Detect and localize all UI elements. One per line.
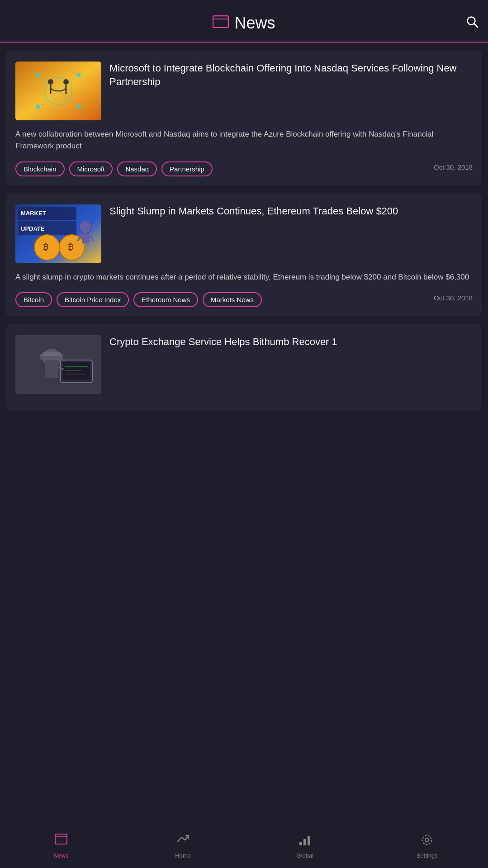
nav-item-news[interactable]: News — [0, 834, 122, 859]
nav-label-news: News — [54, 852, 69, 859]
svg-rect-32 — [82, 233, 89, 243]
news-card-2[interactable]: MARKET UPDATE ₿ ₿ — [6, 194, 482, 316]
news-thumbnail-3 — [15, 335, 101, 394]
svg-point-18 — [63, 79, 69, 85]
nav-item-home[interactable]: Home — [122, 834, 244, 859]
news-top-1: Microsoft to Integrate Blockchain Offeri… — [15, 62, 473, 120]
svg-rect-50 — [308, 836, 310, 845]
news-summary-1: A new collaboration between Microsoft an… — [15, 128, 473, 152]
news-header-icon — [213, 15, 229, 31]
svg-point-52 — [422, 835, 431, 844]
tag-blockchain[interactable]: Blockchain — [15, 161, 65, 176]
tag-bitcoin[interactable]: Bitcoin — [15, 292, 52, 307]
nav-label-settings: Settings — [417, 852, 438, 859]
svg-text:₿: ₿ — [43, 242, 48, 252]
header-title-area: News — [213, 14, 275, 33]
svg-text:MARKET: MARKET — [21, 210, 46, 217]
svg-point-11 — [36, 73, 40, 77]
news-footer-2: Bitcoin Bitcoin Price Index Ethereum New… — [15, 292, 473, 307]
news-list: Microsoft to Integrate Blockchain Offeri… — [0, 51, 488, 411]
page-title: News — [234, 14, 275, 33]
tag-ethereum-news[interactable]: Ethereum News — [133, 292, 198, 307]
svg-rect-46 — [55, 834, 67, 844]
svg-text:₿: ₿ — [68, 242, 73, 252]
news-title-2: Slight Slump in Markets Continues, Ether… — [109, 204, 473, 263]
global-nav-icon — [298, 834, 311, 849]
news-card-3[interactable]: Crypto Exchange Service Helps Bithumb Re… — [6, 324, 482, 411]
search-icon — [465, 15, 479, 28]
news-date-2: Oct 30, 2018 — [434, 292, 473, 302]
news-tags-1: Blockchain Microsoft Nasdaq Partnership — [15, 161, 429, 176]
svg-point-12 — [76, 73, 81, 77]
svg-rect-41 — [63, 362, 90, 379]
svg-rect-48 — [299, 842, 302, 845]
news-tags-2: Bitcoin Bitcoin Price Index Ethereum New… — [15, 292, 429, 307]
news-thumbnail-2: MARKET UPDATE ₿ ₿ — [15, 204, 101, 263]
news-top-2: MARKET UPDATE ₿ ₿ — [15, 204, 473, 263]
news-date-1: Oct 30, 2018 — [434, 161, 473, 171]
bottom-nav: News Home Global Settings — [0, 827, 488, 868]
svg-rect-39 — [43, 352, 61, 356]
svg-point-13 — [36, 104, 40, 109]
tag-microsoft[interactable]: Microsoft — [69, 161, 113, 176]
svg-line-3 — [474, 24, 478, 27]
nav-label-global: Global — [297, 852, 314, 859]
news-card-1[interactable]: Microsoft to Integrate Blockchain Offeri… — [6, 51, 482, 185]
news-nav-icon — [55, 834, 67, 849]
tag-bitcoin-price-index[interactable]: Bitcoin Price Index — [57, 292, 129, 307]
nav-label-home: Home — [175, 852, 191, 859]
news-thumbnail-1 — [15, 62, 101, 120]
home-nav-icon — [177, 834, 190, 849]
svg-point-15 — [48, 79, 53, 85]
search-button[interactable] — [465, 15, 479, 32]
svg-rect-49 — [303, 839, 306, 845]
tag-markets-news[interactable]: Markets News — [203, 292, 262, 307]
news-summary-2: A slight slump in crypto markets continu… — [15, 271, 473, 283]
tag-nasdaq[interactable]: Nasdaq — [117, 161, 157, 176]
nav-item-settings[interactable]: Settings — [366, 834, 488, 859]
svg-point-31 — [79, 221, 92, 233]
news-top-3: Crypto Exchange Service Helps Bithumb Re… — [15, 335, 473, 394]
svg-point-14 — [76, 104, 81, 109]
svg-point-51 — [425, 838, 429, 842]
news-footer-1: Blockchain Microsoft Nasdaq Partnership … — [15, 161, 473, 176]
svg-rect-37 — [45, 360, 58, 378]
tag-partnership[interactable]: Partnership — [161, 161, 213, 176]
news-title-3: Crypto Exchange Service Helps Bithumb Re… — [109, 335, 473, 394]
svg-text:UPDATE: UPDATE — [21, 225, 45, 232]
nav-item-global[interactable]: Global — [244, 834, 366, 859]
header: News — [0, 0, 488, 43]
svg-rect-0 — [213, 16, 228, 28]
news-title-1: Microsoft to Integrate Blockchain Offeri… — [109, 62, 473, 120]
settings-nav-icon — [421, 834, 433, 849]
